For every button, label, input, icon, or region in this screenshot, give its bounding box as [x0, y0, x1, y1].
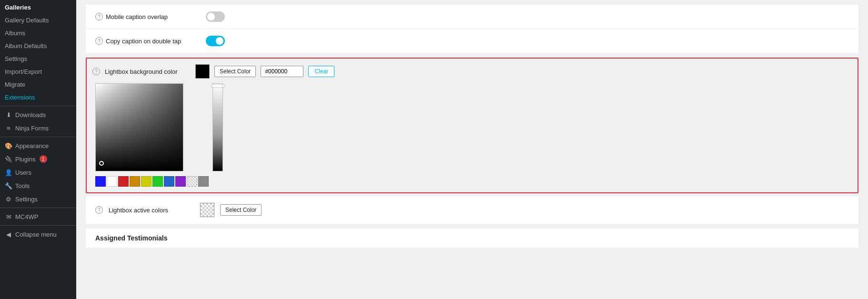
sidebar-item-label: Settings: [5, 55, 27, 62]
lightbox-bg-color-header: ? Lightbox background color Select Color…: [92, 64, 852, 79]
sidebar-galleries-title: Galleries: [0, 0, 76, 14]
copy-caption-text: Copy caption on double tap: [106, 38, 181, 45]
assigned-testimonials-section: Assigned Testimonials: [86, 229, 858, 248]
tools-icon: 🔧: [5, 182, 12, 189]
sidebar-item-label: Downloads: [15, 111, 46, 119]
sidebar-item-migrate[interactable]: Migrate: [0, 78, 76, 91]
users-icon: 👤: [5, 169, 12, 176]
swatch-purple[interactable]: [175, 176, 186, 187]
color-picker-widget: [92, 83, 852, 187]
swatch-gray[interactable]: [198, 176, 209, 187]
assigned-testimonials-title: Assigned Testimonials: [95, 234, 849, 242]
lightbox-active-colors-label: Lightbox active colors: [109, 207, 194, 214]
sidebar-item-settings2[interactable]: ⚙ Settings: [0, 192, 76, 206]
copy-caption-label: ? Copy caption on double tap: [95, 37, 200, 45]
setting-row-mobile-caption: ? Mobile caption overlap: [86, 5, 858, 29]
lightbox-bg-hex-input[interactable]: [261, 66, 303, 77]
mobile-caption-text: Mobile caption overlap: [106, 13, 168, 20]
lightbox-bg-color-swatch[interactable]: [195, 64, 210, 79]
sidebar-item-album-defaults[interactable]: Album Defaults: [0, 40, 76, 52]
sidebar-divider-2: [0, 137, 76, 137]
copy-caption-help-icon[interactable]: ?: [95, 37, 103, 45]
swatch-blue[interactable]: [164, 176, 174, 187]
sidebar-divider-4: [0, 225, 76, 226]
download-icon: ⬇: [5, 111, 12, 119]
sidebar-item-label: Plugins: [15, 156, 36, 163]
sidebar-item-label: Users: [15, 169, 31, 176]
sidebar-item-appearance[interactable]: 🎨 Appearance: [0, 139, 76, 152]
color-swatches-row: [95, 176, 209, 187]
swatch-checker[interactable]: [187, 176, 197, 187]
main-content: ? Mobile caption overlap ? Copy caption …: [76, 0, 868, 299]
swatch-red[interactable]: [118, 176, 129, 187]
sidebar-item-label: Extensions: [5, 94, 35, 101]
lightbox-active-select-color-button[interactable]: Select Color: [220, 204, 262, 216]
swatch-green[interactable]: [152, 176, 163, 187]
collapse-label: Collapse menu: [15, 231, 57, 238]
sidebar-item-label: Appearance: [15, 142, 49, 150]
ninja-forms-icon: ≡: [5, 124, 12, 132]
sidebar-item-label: Album Defaults: [5, 42, 47, 50]
lightbox-active-help-icon[interactable]: ?: [95, 206, 103, 214]
sidebar-item-gallery-defaults[interactable]: Gallery Defaults: [0, 14, 76, 27]
sidebar-item-label: Tools: [15, 182, 30, 189]
setting-row-copy-caption: ? Copy caption on double tap: [86, 29, 858, 53]
mobile-caption-label: ? Mobile caption overlap: [95, 13, 200, 20]
sidebar-item-label: Migrate: [5, 81, 25, 88]
sidebar-item-collapse[interactable]: ◀ Collapse menu: [0, 228, 76, 241]
mobile-caption-slider: [206, 11, 225, 22]
lightbox-bg-select-color-button[interactable]: Select Color: [214, 66, 256, 77]
plugins-badge: 1: [40, 155, 47, 163]
swatch-white[interactable]: [107, 176, 117, 187]
settings-panel-active-colors: ? Lightbox active colors Select Color: [86, 196, 858, 224]
lightbox-bg-color-section: ? Lightbox background color Select Color…: [86, 58, 858, 193]
color-gradient-box[interactable]: [95, 83, 183, 171]
sidebar-item-settings[interactable]: Settings: [0, 52, 76, 65]
appearance-icon: 🎨: [5, 142, 12, 150]
sidebar-item-plugins[interactable]: 🔌 Plugins 1: [0, 152, 76, 166]
sidebar-item-label: Albums: [5, 30, 25, 37]
sidebar-item-extensions[interactable]: Extensions: [0, 91, 76, 104]
sidebar-item-label: Ninja Forms: [15, 125, 49, 132]
lightbox-bg-color-label: Lightbox background color: [105, 68, 191, 75]
plugins-icon: 🔌: [5, 155, 12, 163]
collapse-icon: ◀: [5, 230, 12, 238]
sidebar-item-import-export[interactable]: Import/Export: [0, 65, 76, 78]
hue-cursor: [212, 85, 224, 87]
swatch-orange[interactable]: [130, 176, 140, 187]
settings-panel-toggles: ? Mobile caption overlap ? Copy caption …: [86, 5, 858, 53]
sidebar-item-label: Import/Export: [5, 68, 42, 75]
mobile-caption-help-icon[interactable]: ?: [95, 13, 103, 20]
sidebar-item-mc4wp[interactable]: ✉ MC4WP: [0, 210, 76, 223]
copy-caption-toggle[interactable]: [206, 36, 225, 46]
sidebar-item-albums[interactable]: Albums: [0, 27, 76, 40]
sidebar-item-tools[interactable]: 🔧 Tools: [0, 179, 76, 192]
lightbox-active-color-swatch[interactable]: [200, 203, 214, 217]
swatch-yellow[interactable]: [141, 176, 151, 187]
sidebar-item-label: Gallery Defaults: [5, 17, 49, 24]
lightbox-active-colors-row: ? Lightbox active colors Select Color: [86, 196, 858, 224]
swatch-blue-dark[interactable]: [95, 176, 106, 187]
mc4wp-icon: ✉: [5, 213, 12, 220]
color-hue-bar[interactable]: [212, 83, 223, 171]
settings-icon: ⚙: [5, 195, 12, 203]
mobile-caption-toggle[interactable]: [206, 11, 225, 22]
sidebar-item-label: MC4WP: [15, 213, 38, 220]
sidebar-item-downloads[interactable]: ⬇ Downloads: [0, 108, 76, 121]
sidebar-item-ninja-forms[interactable]: ≡ Ninja Forms: [0, 121, 76, 135]
sidebar: Galleries Gallery Defaults Albums Album …: [0, 0, 76, 299]
sidebar-divider-1: [0, 106, 76, 106]
sidebar-item-users[interactable]: 👤 Users: [0, 166, 76, 179]
gradient-column: [95, 83, 209, 187]
lightbox-bg-help-icon[interactable]: ?: [92, 68, 100, 75]
sidebar-item-label: Settings: [15, 196, 38, 203]
copy-caption-slider: [206, 36, 225, 46]
gradient-cursor: [99, 161, 104, 166]
sidebar-divider-3: [0, 208, 76, 208]
lightbox-bg-clear-button[interactable]: Clear: [308, 66, 334, 77]
